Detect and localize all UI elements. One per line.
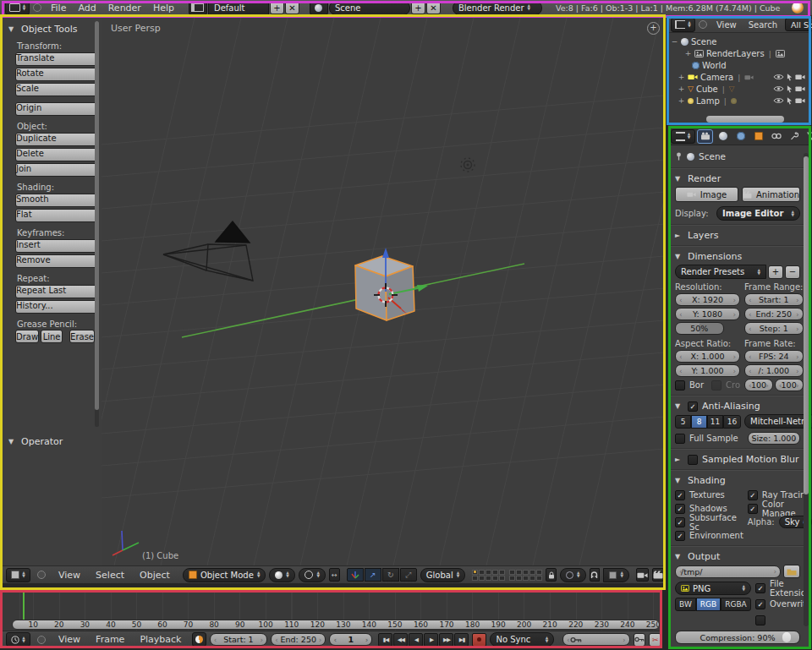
aa-filter-selector[interactable]: Mitchell-Netr xyxy=(744,414,812,429)
next-keyframe-button[interactable]: ▶▶ xyxy=(439,633,453,647)
flat-button[interactable]: Flat xyxy=(15,209,98,222)
output-section-header[interactable]: Output xyxy=(675,550,800,563)
grease-line-button[interactable]: Line xyxy=(41,330,63,343)
menu-object[interactable]: Object xyxy=(134,570,176,581)
motion-blur-section-header[interactable]: Sampled Motion Blur xyxy=(675,453,800,466)
selectability-cursor-icon[interactable] xyxy=(787,97,793,105)
layers-section-header[interactable]: Layers xyxy=(675,229,800,242)
outliner-row-world[interactable]: World xyxy=(671,59,809,71)
operator-panel-header[interactable]: Operator xyxy=(8,435,63,448)
overwrite-checkbox[interactable] xyxy=(755,599,765,609)
menu-help[interactable]: Help xyxy=(147,3,180,14)
ray-tracing-checkbox[interactable] xyxy=(748,490,758,500)
snap-element-selector[interactable] xyxy=(603,568,628,582)
menu-view[interactable]: View xyxy=(52,634,86,645)
antialiasing-section-header[interactable]: Anti-Aliasing xyxy=(675,400,800,412)
snap-toggle-button[interactable] xyxy=(590,568,601,582)
output-path-field[interactable]: /tmp/ xyxy=(675,565,781,578)
menu-search[interactable]: Search xyxy=(743,20,783,30)
object-tools-panel-header[interactable]: Object Tools xyxy=(8,23,95,36)
add-preset-button[interactable]: + xyxy=(768,265,783,279)
translate-button[interactable]: Translate xyxy=(15,52,98,66)
y-axis-arrow[interactable] xyxy=(417,285,428,292)
scene-selector[interactable]: Scene xyxy=(329,1,410,15)
expand-icon[interactable] xyxy=(678,96,685,105)
visibility-eye-icon[interactable] xyxy=(773,85,784,92)
collapse-icon[interactable] xyxy=(671,37,678,46)
resolution-percentage-slider[interactable]: 50% xyxy=(675,322,724,335)
timeline-ruler[interactable]: 1020304050607080901001101201301401501601… xyxy=(2,591,661,631)
header-collapse-dot[interactable] xyxy=(37,636,46,644)
render-engine-selector[interactable]: Blender Render xyxy=(453,1,542,15)
properties-region-expand-button[interactable]: + xyxy=(647,22,660,35)
color-rgba-button[interactable]: RGBA xyxy=(721,598,751,611)
previous-keyframe-button[interactable]: ◀◀ xyxy=(393,633,408,647)
editor-type-button-properties[interactable] xyxy=(671,129,695,144)
renderability-camera-icon[interactable] xyxy=(795,74,805,80)
outliner-row-lamp[interactable]: Lamp xyxy=(671,95,809,107)
full-sample-checkbox[interactable] xyxy=(675,434,685,444)
menu-file[interactable]: File xyxy=(45,3,72,14)
tab-scene[interactable] xyxy=(715,129,731,144)
fps-base-field[interactable]: /: 1.000 xyxy=(744,364,803,377)
tab-world[interactable] xyxy=(732,129,749,144)
menu-view[interactable]: View xyxy=(710,20,743,30)
layers-grid-1[interactable] xyxy=(472,570,505,581)
frame-step-field[interactable]: Step: 1 xyxy=(744,322,803,335)
pivot-align-toggle[interactable]: ↔ xyxy=(329,568,340,582)
render-animation-button[interactable]: Animation xyxy=(742,187,800,202)
add-scene-button[interactable]: + xyxy=(411,1,425,14)
play-reverse-button[interactable]: ◀ xyxy=(409,633,423,647)
color-bw-button[interactable]: BW xyxy=(675,598,696,611)
menu-playback[interactable]: Playback xyxy=(134,634,187,645)
header-collapse-dot[interactable] xyxy=(699,20,707,29)
header-collapse-dot[interactable] xyxy=(33,3,41,12)
menu-select[interactable]: Select xyxy=(90,570,130,581)
history-button[interactable]: History... xyxy=(15,300,98,314)
opengl-render-anim-button[interactable] xyxy=(652,568,664,582)
proportional-edit-selector[interactable] xyxy=(560,568,585,582)
outliner-row-scene[interactable]: Scene xyxy=(671,36,809,47)
editor-type-button-outliner[interactable] xyxy=(671,18,695,32)
screen-layout-selector[interactable]: Default xyxy=(208,1,269,15)
compression-slider[interactable]: Compression: 90% xyxy=(675,631,800,644)
aa-samples-5-button[interactable]: 5 xyxy=(675,415,691,429)
remove-keyframe-button[interactable]: Remove xyxy=(15,254,98,268)
z-axis-arrow[interactable] xyxy=(382,248,389,258)
render-image-button[interactable]: Image xyxy=(675,187,738,202)
render-presets-selector[interactable]: Render Presets xyxy=(675,265,766,279)
viewport-3d[interactable]: User Persp (1) Cube + xyxy=(102,18,664,565)
time-remap-old-field[interactable]: 100 xyxy=(744,379,773,391)
aa-size-field[interactable]: Size: 1.000 xyxy=(748,432,800,445)
close-layout-button[interactable]: ✕ xyxy=(285,1,299,14)
sync-mode-selector[interactable]: No Sync xyxy=(490,632,554,647)
expand-icon[interactable] xyxy=(678,73,685,81)
scene-icon-button[interactable] xyxy=(310,1,328,15)
insert-keyframe-button[interactable]: Insert xyxy=(15,239,98,253)
environment-checkbox[interactable] xyxy=(675,531,685,541)
current-frame-field[interactable]: 1 xyxy=(329,633,372,646)
add-layout-button[interactable]: + xyxy=(270,1,284,14)
outliner-row-camera[interactable]: Camera xyxy=(671,71,809,83)
pivot-point-selector[interactable] xyxy=(299,568,326,582)
rotate-manipulator-button[interactable]: ↻ xyxy=(382,568,399,582)
tab-object[interactable] xyxy=(750,129,766,144)
mode-selector[interactable]: Object Mode xyxy=(183,568,266,582)
smooth-button[interactable]: Smooth xyxy=(15,194,98,207)
display-mode-selector[interactable]: Image Editor xyxy=(716,206,800,221)
antialiasing-checkbox[interactable] xyxy=(688,401,698,412)
current-frame-marker[interactable] xyxy=(23,591,25,620)
lamp-object[interactable] xyxy=(461,158,475,172)
file-extension-checkbox[interactable] xyxy=(755,583,765,593)
transform-orientation-selector[interactable]: Global xyxy=(420,568,465,582)
color-manage-checkbox[interactable] xyxy=(748,504,758,514)
resolution-y-field[interactable]: Y: 1080 xyxy=(675,308,740,320)
aa-samples-8-button[interactable]: 8 xyxy=(691,415,707,429)
close-scene-button[interactable]: ✕ xyxy=(426,1,441,14)
outliner-horizontal-scrollbar[interactable] xyxy=(706,116,784,123)
origin-button[interactable]: Origin xyxy=(15,102,98,116)
manipulator-toggle-button[interactable] xyxy=(347,568,364,582)
render-section-header[interactable]: Render xyxy=(675,172,800,185)
aspect-y-field[interactable]: Y: 1.000 xyxy=(675,364,740,377)
border-checkbox[interactable] xyxy=(675,380,685,391)
